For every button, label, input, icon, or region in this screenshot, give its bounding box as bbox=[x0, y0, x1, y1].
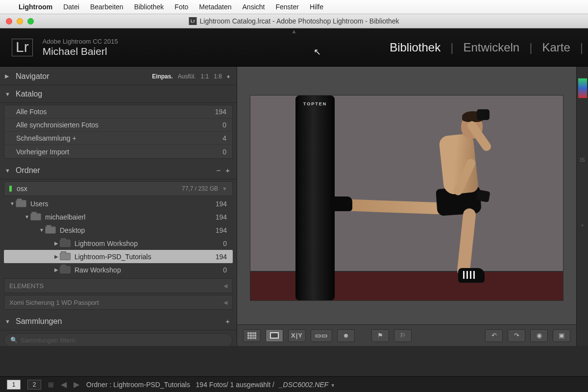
katalog-row-label: Alle synchronisierten Fotos bbox=[16, 121, 98, 129]
flag-pick-button[interactable]: ⚑ bbox=[371, 329, 389, 342]
menu-bearbeiten[interactable]: Bearbeiten bbox=[90, 3, 123, 11]
sammlungen-label: Sammlungen bbox=[16, 317, 62, 326]
folder-count: 194 bbox=[216, 213, 227, 221]
prev-photo-button[interactable]: ◀ bbox=[61, 380, 67, 389]
folder-row[interactable]: ▶Lightroom-PSD_Tutorials194 bbox=[4, 250, 233, 263]
katalog-row[interactable]: Alle synchronisierten Fotos0 bbox=[4, 119, 232, 132]
folder-icon bbox=[30, 213, 41, 220]
chevron-left-icon: ◀ bbox=[223, 299, 227, 306]
expand-icon[interactable]: ▶ bbox=[53, 254, 60, 259]
folder-icon bbox=[60, 253, 71, 260]
photo-preview[interactable]: TOPTEN bbox=[250, 95, 564, 301]
menu-bibliothek[interactable]: Bibliothek bbox=[134, 3, 164, 11]
survey-view-button[interactable]: ▭▭ bbox=[311, 329, 332, 342]
zoom-ratio[interactable]: 1:8 bbox=[214, 73, 222, 80]
minimize-window-button[interactable] bbox=[17, 18, 23, 24]
katalog-row-count: 0 bbox=[222, 148, 226, 156]
expand-icon[interactable]: ▶ bbox=[53, 241, 60, 246]
module-picker: Bibliothek | Entwickeln | Karte | bbox=[390, 41, 583, 54]
menu-ansicht[interactable]: Ansicht bbox=[243, 3, 265, 11]
next-photo-button[interactable]: ▶ bbox=[74, 380, 79, 389]
folder-row[interactable]: ▼michaelbaierl194 bbox=[4, 210, 233, 223]
folder-icon bbox=[60, 240, 71, 247]
zoom-stepper-icon[interactable]: ♦ bbox=[227, 73, 230, 80]
close-window-button[interactable] bbox=[6, 18, 12, 24]
right-panel-collapsed[interactable]: IS ＋ bbox=[576, 67, 588, 346]
folder-row[interactable]: ▼Desktop194 bbox=[4, 223, 233, 237]
collections-search-input[interactable]: 🔍 Sammlungen filtern bbox=[4, 333, 233, 346]
folder-row[interactable]: ▼Users194 bbox=[4, 197, 233, 210]
folder-count: 194 bbox=[216, 226, 227, 234]
module-entwickeln[interactable]: Entwickeln bbox=[463, 41, 519, 54]
collapse-icon[interactable]: ▼ bbox=[5, 91, 12, 97]
sync-settings-button[interactable]: ◉ bbox=[530, 329, 548, 342]
zoom-fill[interactable]: Ausfül. bbox=[178, 73, 196, 80]
folder-tree: ▼Users194▼michaelbaierl194▼Desktop194▶Li… bbox=[4, 197, 233, 276]
katalog-row[interactable]: Alle Fotos194 bbox=[4, 105, 232, 119]
collapse-icon[interactable]: ▼ bbox=[5, 168, 12, 173]
folder-row[interactable]: ▶Raw Workshop0 bbox=[4, 263, 233, 276]
folder-name: michaelbaierl bbox=[45, 213, 85, 221]
collapse-icon[interactable]: ▼ bbox=[5, 318, 12, 324]
window-title: Lightroom Catalog.lrcat - Adobe Photosho… bbox=[199, 17, 399, 25]
rotate-left-button[interactable]: ↶ bbox=[485, 329, 503, 342]
katalog-row-label: Vorheriger Import bbox=[16, 148, 69, 156]
people-view-button[interactable]: ☻ bbox=[337, 329, 355, 342]
expand-icon[interactable]: ▶ bbox=[5, 73, 12, 79]
menu-hilfe[interactable]: Hilfe bbox=[310, 3, 323, 11]
collapse-icon[interactable]: ▼ bbox=[38, 227, 45, 233]
menu-fenster[interactable]: Fenster bbox=[275, 3, 298, 11]
katalog-header[interactable]: ▼ Katalog bbox=[0, 85, 237, 103]
lr-logo-icon: Lr bbox=[12, 39, 33, 56]
katalog-row-count: 0 bbox=[222, 121, 226, 129]
zoom-1to1[interactable]: 1:1 bbox=[201, 73, 209, 80]
module-karte[interactable]: Karte bbox=[542, 41, 570, 54]
menu-datei[interactable]: Datei bbox=[63, 3, 79, 11]
flag-reject-button[interactable]: ⚐ bbox=[394, 329, 412, 342]
screen-1-button[interactable]: 1 bbox=[7, 380, 21, 390]
expand-icon[interactable]: ▶ bbox=[53, 267, 60, 272]
chevron-down-icon[interactable]: ▼ bbox=[222, 186, 227, 192]
zoom-window-button[interactable] bbox=[27, 18, 34, 24]
zoom-fit[interactable]: Einpas. bbox=[152, 73, 173, 80]
screen-2-button[interactable]: 2 bbox=[27, 380, 41, 390]
slideshow-button[interactable]: ▣ bbox=[553, 329, 570, 342]
menu-app[interactable]: Lightroom bbox=[19, 3, 52, 11]
chevron-left-icon: ◀ bbox=[223, 283, 227, 289]
volume-row[interactable]: osx 77,7 / 232 GB ▼ bbox=[4, 181, 233, 196]
plus-button[interactable]: + bbox=[225, 317, 230, 325]
panel-notch-icon[interactable]: ▲ bbox=[291, 28, 297, 35]
folder-name: Lightroom-PSD_Tutorials bbox=[74, 253, 151, 261]
volume-collapsed-label: Xomi Sicherung 1 WD Passport bbox=[9, 299, 99, 306]
compare-view-button[interactable]: X|Y bbox=[288, 329, 306, 342]
collapse-icon[interactable]: ▼ bbox=[9, 201, 16, 206]
cursor-icon: ↖ bbox=[314, 47, 321, 57]
katalog-row[interactable]: Vorheriger Import0 bbox=[4, 145, 232, 158]
katalog-row[interactable]: Schnellsammlung +4 bbox=[4, 132, 232, 145]
sammlungen-header[interactable]: ▼ Sammlungen + bbox=[0, 313, 237, 330]
plus-button[interactable]: + bbox=[225, 166, 230, 174]
volume-name: osx bbox=[17, 185, 27, 193]
identity-name: Michael Baierl bbox=[43, 46, 118, 57]
grid-view-button[interactable] bbox=[243, 329, 261, 342]
view-toolbar: X|Y ▭▭ ☻ ⚑ ⚐ ↶ ↷ ◉ ▣ bbox=[237, 324, 576, 346]
folder-row[interactable]: ▶Lightroom Workshop0 bbox=[4, 237, 233, 250]
volume-collapsed[interactable]: Xomi Sicherung 1 WD Passport◀ bbox=[4, 295, 233, 310]
minus-button[interactable]: − bbox=[216, 166, 220, 174]
folder-name: Users bbox=[30, 200, 49, 208]
chevron-down-icon[interactable]: ▼ bbox=[330, 383, 335, 388]
bag-brand-label: TOPTEN bbox=[303, 101, 327, 106]
module-bibliothek[interactable]: Bibliothek bbox=[390, 41, 441, 54]
folder-count: 194 bbox=[216, 200, 227, 208]
menu-metadaten[interactable]: Metadaten bbox=[199, 3, 231, 11]
app-header: ▲ Lr Adobe Lightroom CC 2015 Michael Bai… bbox=[0, 28, 588, 67]
volume-size: 77,7 / 232 GB bbox=[182, 185, 218, 192]
menu-foto[interactable]: Foto bbox=[174, 3, 188, 11]
rotate-right-button[interactable]: ↷ bbox=[508, 329, 525, 342]
navigator-header[interactable]: ▶ Navigator Einpas. Ausfül. 1:1 1:8 ♦ bbox=[0, 68, 237, 85]
loupe-view-button[interactable] bbox=[266, 329, 283, 342]
grid-toggle-icon[interactable]: ⊞ bbox=[48, 381, 54, 389]
volume-collapsed[interactable]: ELEMENTS◀ bbox=[4, 278, 233, 293]
ordner-header[interactable]: ▼ Ordner −+ bbox=[0, 162, 237, 179]
collapse-icon[interactable]: ▼ bbox=[24, 214, 30, 220]
